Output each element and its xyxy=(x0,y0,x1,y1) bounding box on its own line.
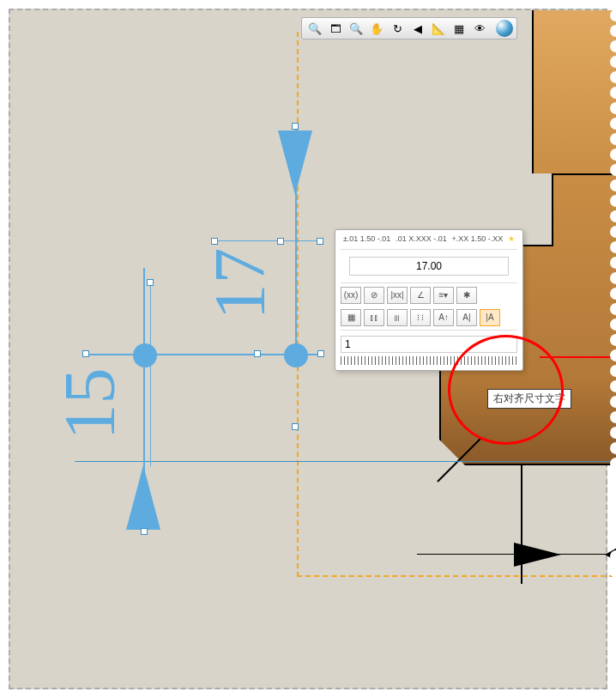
dimension-modify-panel[interactable]: ±.01 1.50 -.01 .01 X.XXX -.01 +.XX 1.50 … xyxy=(335,229,523,371)
justify-button[interactable]: ≡▾ xyxy=(433,287,454,304)
tolerance-presets-row: ±.01 1.50 -.01 .01 X.XXX -.01 +.XX 1.50 … xyxy=(341,235,517,250)
drag-handle[interactable] xyxy=(211,238,218,245)
angle-button[interactable]: ∠ xyxy=(410,287,431,304)
favorite-icon[interactable]: ★ xyxy=(508,235,515,244)
sketch-boundary-line xyxy=(297,575,614,577)
zoom-area-icon[interactable]: 🔍 xyxy=(305,20,324,37)
rotate-icon[interactable]: ↻ xyxy=(388,20,407,37)
dimension-witness-line xyxy=(150,282,151,466)
break-button[interactable]: ⫶⫶ xyxy=(410,309,431,326)
drag-handle[interactable] xyxy=(317,238,323,245)
text-right-align-button[interactable]: |A xyxy=(480,309,500,326)
stack-button[interactable]: ⫼ xyxy=(387,309,408,326)
text-left-align-button[interactable]: A| xyxy=(456,309,477,326)
diameter-button[interactable]: ⊘ xyxy=(364,287,384,304)
dimension-endpoint-icon[interactable] xyxy=(284,343,308,367)
tolerance-preset[interactable]: .01 X.XXX -.01 xyxy=(396,235,447,244)
zoom-fit-icon[interactable]: 🗔 xyxy=(326,20,345,37)
dimension-value-17[interactable]: 17 xyxy=(198,248,281,320)
datum-arrow-icon xyxy=(514,543,561,567)
dimension-value-input[interactable] xyxy=(349,257,508,276)
pan-icon[interactable]: ✋ xyxy=(367,20,386,37)
drag-handle[interactable] xyxy=(317,350,324,357)
tolerance-preset[interactable]: ±.01 1.50 -.01 xyxy=(343,235,390,244)
sketch-boundary-line xyxy=(297,32,299,577)
datum-arrow-icon xyxy=(605,543,616,567)
drag-handle[interactable] xyxy=(147,279,154,286)
reference-dim-button[interactable]: (xx) xyxy=(341,287,361,304)
geometry-face xyxy=(532,10,616,182)
drag-handle[interactable] xyxy=(277,238,284,245)
tooltip: 右对齐尺寸文字 xyxy=(487,389,571,409)
dimension-extension-line xyxy=(75,461,615,462)
zoom-icon[interactable]: 🔍 xyxy=(347,20,365,37)
inspection-button[interactable]: |xx| xyxy=(387,287,408,304)
drag-handle[interactable] xyxy=(292,423,299,430)
drag-handle[interactable] xyxy=(292,123,299,130)
spacing-button[interactable]: ⫿⫿ xyxy=(364,309,384,326)
instance-count-input[interactable] xyxy=(341,336,517,353)
annotation-line xyxy=(540,356,616,358)
drag-handle[interactable] xyxy=(141,528,148,535)
drag-handle[interactable] xyxy=(254,350,261,357)
cad-canvas[interactable]: 🔍 🗔 🔍 ✋ ↻ ◀ 📐 ▦ 👁 15 17 xyxy=(9,9,607,689)
dimension-value-15[interactable]: 15 xyxy=(48,368,131,440)
center-mark-button[interactable]: ✱ xyxy=(456,287,477,304)
spin-ruler[interactable] xyxy=(341,356,517,365)
instance-count-row xyxy=(341,336,517,353)
dimension-arrow-icon xyxy=(126,465,160,530)
dimension-tools-row: (xx) ⊘ |xx| ∠ ≡▾ ✱ ▦ ⫿⫿ ⫼ ⫶⫶ A↑ A| |A xyxy=(341,282,517,331)
dimension-extension-line xyxy=(212,240,323,241)
dimension-endpoint-icon[interactable] xyxy=(133,343,157,367)
dimension-arrow-icon xyxy=(278,130,312,195)
text-above-button[interactable]: A↑ xyxy=(433,309,454,326)
tolerance-preset[interactable]: +.XX 1.50 -.XX xyxy=(451,235,503,244)
grid-button[interactable]: ▦ xyxy=(341,309,361,326)
drag-handle[interactable] xyxy=(82,350,89,357)
